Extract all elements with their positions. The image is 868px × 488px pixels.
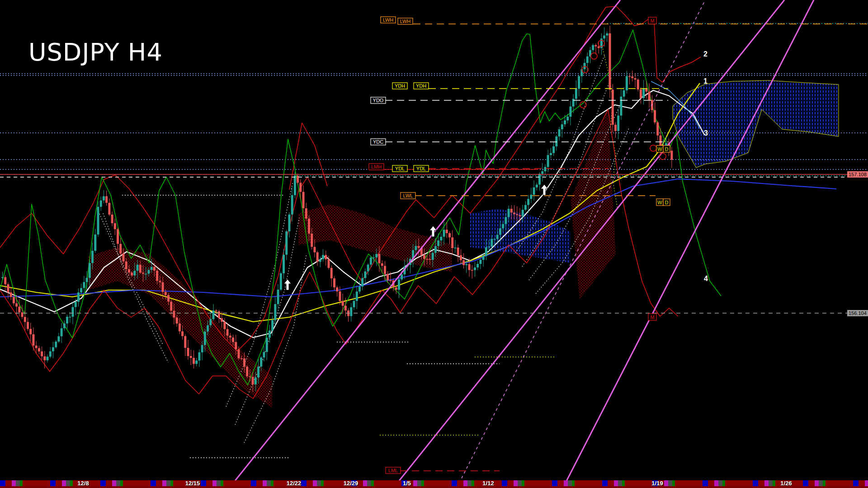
candle-body <box>274 304 276 320</box>
candle-body <box>552 146 555 153</box>
candle-body <box>342 301 344 305</box>
x-axis-date-label[interactable]: 12/29 <box>344 480 359 487</box>
candle-body <box>474 267 476 270</box>
buy-arrow-icon <box>284 279 291 290</box>
x-axis-date-label[interactable]: 1/19 <box>651 480 663 487</box>
month-open-price-tag-text: 156.104 <box>849 310 867 316</box>
candle-body <box>176 318 178 324</box>
x-axis-date-label[interactable]: 1/5 <box>403 480 411 487</box>
candle-body <box>594 45 597 47</box>
x-axis-date-label[interactable]: 1/26 <box>780 480 792 487</box>
candle-body <box>476 264 479 267</box>
candle-body <box>527 199 529 205</box>
candle-body <box>367 265 369 272</box>
candle-body <box>384 266 386 274</box>
candle-body <box>423 255 425 259</box>
candle-body <box>465 264 467 265</box>
candle-body <box>18 306 20 312</box>
candle-body <box>373 258 375 258</box>
candle-body <box>111 215 113 223</box>
candle-body <box>21 312 24 317</box>
candle-body <box>184 336 186 348</box>
candle-body <box>137 265 139 271</box>
candle-body <box>294 176 296 195</box>
candle-body <box>631 76 633 78</box>
chart-window: 157.108156.104 LWHLWHYDHYDHYDOYDCLMHYDLY… <box>0 0 868 488</box>
candle-body <box>617 116 619 131</box>
candle-body <box>432 253 434 260</box>
candle-body <box>55 342 57 347</box>
candle-body <box>344 306 347 310</box>
candle-body <box>333 278 335 287</box>
candle-body <box>541 171 543 174</box>
candle-body <box>415 246 417 250</box>
sell-signal-circle-icon <box>591 53 597 59</box>
candle-body <box>75 302 77 307</box>
candle-body <box>201 345 203 352</box>
candle-body <box>578 76 580 89</box>
candle-body <box>586 56 589 63</box>
candle-body <box>257 366 259 377</box>
wave-count-number: 3 <box>704 129 708 137</box>
candle-body <box>252 377 254 385</box>
candle-body <box>640 89 642 98</box>
candle-body <box>43 357 46 361</box>
candle-body <box>235 342 237 349</box>
candle-body <box>592 45 594 50</box>
candle-body <box>457 248 459 255</box>
candle-body <box>584 63 586 69</box>
period-label-text: M <box>650 314 654 320</box>
candle-body <box>207 325 209 332</box>
candle-body <box>212 310 215 319</box>
candle-body <box>606 33 608 36</box>
candle-body <box>266 338 268 352</box>
x-axis-date-label[interactable]: 12/15 <box>185 480 200 487</box>
candle-body <box>7 284 9 292</box>
candle-body <box>446 230 448 233</box>
fan-line-6 <box>244 254 307 443</box>
candle-body <box>566 117 569 120</box>
level-label-text: YDC <box>373 139 383 145</box>
x-axis-date-label[interactable]: 12/22 <box>287 480 302 487</box>
candle-body <box>364 272 366 278</box>
candle-body <box>359 286 361 291</box>
candle-body <box>538 174 541 185</box>
candle-body <box>72 307 74 317</box>
period-label-text: D <box>665 146 669 152</box>
candle-body <box>223 322 226 329</box>
candle-body <box>269 330 271 338</box>
wave-count-number: 1 <box>703 77 708 85</box>
candle-body <box>429 259 431 260</box>
period-label-text: W <box>657 146 662 152</box>
candle-body <box>612 90 614 125</box>
candle-body <box>381 263 383 266</box>
candle-body <box>460 255 462 260</box>
candle-body <box>485 247 487 256</box>
period-label-text: W <box>657 200 662 205</box>
candle-body <box>378 254 380 263</box>
candle-body <box>288 215 290 231</box>
price-chart[interactable]: 157.108156.104 LWHLWHYDHYDHYDOYDCLMHYDLY… <box>0 0 868 488</box>
level-label-text: LML <box>388 468 398 473</box>
candle-body <box>32 334 34 346</box>
candle-body <box>561 124 563 129</box>
candle-body <box>544 167 546 171</box>
candle-body <box>1 277 4 278</box>
candle-body <box>350 307 352 316</box>
candle-body <box>229 336 231 338</box>
candle-body <box>35 346 38 348</box>
candle-body <box>609 33 611 90</box>
level-label-text: YDL <box>395 166 405 171</box>
candle-body <box>325 255 327 259</box>
candle-body <box>305 208 307 219</box>
candle-body <box>13 297 15 303</box>
candle-body <box>670 151 673 160</box>
candle-body <box>237 349 240 358</box>
ichimoku-clouds <box>88 80 839 408</box>
wave-count-number: 4 <box>704 275 708 282</box>
x-axis-date-label[interactable]: 1/12 <box>482 480 494 487</box>
x-axis-date-label[interactable]: 12/8 <box>77 480 89 487</box>
candle-body <box>103 196 105 200</box>
candle-body <box>361 278 363 286</box>
level-label-text: LWH <box>383 17 394 23</box>
